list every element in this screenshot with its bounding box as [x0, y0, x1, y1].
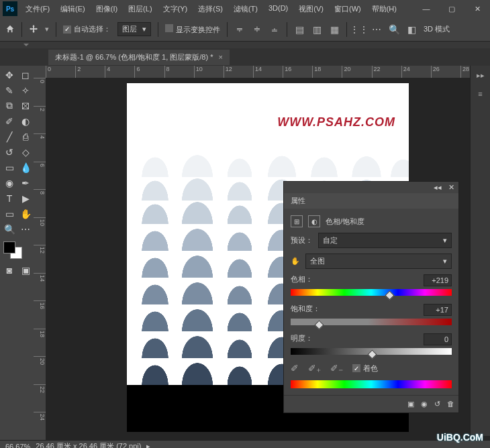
- panel-tab-properties[interactable]: 属性: [284, 193, 458, 209]
- screen-mode-tool[interactable]: ▣: [18, 263, 33, 277]
- brush-tool[interactable]: ╱: [2, 129, 17, 144]
- auto-select-checkbox[interactable]: ✓自动选择：: [63, 24, 111, 34]
- blur-tool[interactable]: 💧: [18, 160, 33, 174]
- chevron-down-icon: ▾: [443, 236, 447, 245]
- hue-slider[interactable]: [291, 289, 452, 296]
- clone-stamp-tool[interactable]: ⎙: [18, 129, 33, 144]
- auto-select-target-dropdown[interactable]: 图层▾: [117, 22, 151, 36]
- 3d-mode-dropdown[interactable]: 3D 模式: [424, 24, 450, 34]
- saturation-value-input[interactable]: +17: [424, 304, 452, 316]
- align-hcenter-icon[interactable]: ▥: [311, 24, 322, 35]
- menu-type[interactable]: 文字(Y): [158, 4, 193, 14]
- quick-mask-tool[interactable]: ◙: [2, 263, 17, 277]
- menu-view[interactable]: 视图(V): [293, 4, 329, 14]
- marquee-tool[interactable]: ◻: [18, 68, 33, 82]
- menu-select[interactable]: 选择(S): [193, 4, 228, 14]
- lasso-tool[interactable]: ✎: [2, 83, 17, 97]
- preset-dropdown[interactable]: 自定▾: [318, 233, 452, 248]
- trash-icon[interactable]: 🗑: [447, 400, 454, 408]
- properties-panel[interactable]: ◂◂ ✕ 属性 ⊞ ◐ 色相/饱和度 预设： 自定▾ ✋ 全图▾ 色相： +21…: [283, 181, 459, 413]
- move-tool[interactable]: ✥: [2, 68, 17, 82]
- titlebar: Ps 文件(F) 编辑(E) 图像(I) 图层(L) 文字(Y) 选择(S) 滤…: [0, 0, 490, 17]
- menu-layer[interactable]: 图层(L): [123, 4, 157, 14]
- close-icon[interactable]: ×: [219, 53, 223, 61]
- menu-file[interactable]: 文件(F): [20, 4, 55, 14]
- corner-watermark: UiBQ.CoM: [437, 432, 483, 443]
- panel-collapse-bar[interactable]: [0, 42, 490, 48]
- edit-toolbar-icon[interactable]: ⋯: [18, 222, 33, 236]
- magic-wand-tool[interactable]: ✧: [18, 83, 33, 97]
- history-brush-tool[interactable]: ↺: [2, 145, 17, 159]
- search-icon[interactable]: 🔍: [389, 24, 399, 35]
- separator: [21, 22, 22, 37]
- horizontal-ruler: 0246810121416182022242628: [34, 66, 490, 78]
- lightness-label: 明度：: [291, 333, 313, 345]
- watermark-text: WWW.PSAHZ.COM: [277, 115, 395, 129]
- menu-image[interactable]: 图像(I): [91, 4, 123, 14]
- maximize-button[interactable]: ▢: [439, 0, 464, 17]
- close-button[interactable]: ✕: [464, 0, 490, 17]
- hand-icon[interactable]: ✋: [291, 257, 300, 266]
- collapse-dock-icon[interactable]: ▸▸: [471, 66, 490, 85]
- align-left-icon[interactable]: ▤: [294, 24, 305, 35]
- tools-panel: ✥ ◻ ✎ ✧ ⧉ ⛝ ✐ ◐ ╱ ⎙ ↺ ◇ ▭ 💧 ◉ ✒ T ▶ ▭ ✋ …: [0, 66, 34, 440]
- chevron-right-icon[interactable]: ▸: [146, 442, 150, 448]
- menu-help[interactable]: 帮助(H): [366, 4, 402, 14]
- panel-collapse-icon[interactable]: ◂◂: [434, 183, 442, 192]
- home-icon[interactable]: [5, 24, 15, 35]
- gradient-tool[interactable]: ▭: [2, 160, 17, 174]
- color-range-dropdown[interactable]: 全图▾: [305, 254, 452, 269]
- dock-panel-icon[interactable]: ≡: [471, 85, 490, 103]
- colorize-checkbox[interactable]: ✓着色: [352, 363, 378, 374]
- view-previous-state-icon[interactable]: ◉: [421, 400, 428, 408]
- type-tool[interactable]: T: [2, 191, 17, 205]
- distribute-icon-2[interactable]: ⋯: [371, 24, 382, 35]
- align-vcenter-icon[interactable]: ⫩: [252, 24, 262, 35]
- eraser-tool[interactable]: ◇: [18, 145, 33, 159]
- healing-brush-tool[interactable]: ◐: [18, 114, 33, 128]
- move-tool-icon[interactable]: [29, 24, 38, 35]
- hand-tool[interactable]: ✋: [18, 207, 33, 221]
- menu-edit[interactable]: 编辑(E): [55, 4, 91, 14]
- rectangle-tool[interactable]: ▭: [2, 207, 17, 221]
- minimize-button[interactable]: —: [413, 0, 439, 17]
- adjustment-icon: ⊞: [291, 215, 303, 227]
- clip-to-layer-icon[interactable]: ▣: [407, 400, 414, 408]
- align-right-icon[interactable]: ▦: [329, 24, 340, 35]
- separator: [287, 22, 287, 37]
- eyedropper-tool[interactable]: ✐: [2, 114, 17, 128]
- align-bottom-icon[interactable]: ⫨: [269, 24, 280, 35]
- 3d-scene-icon[interactable]: ◧: [406, 24, 417, 35]
- status-bar: 66.67% 26.46 厘米 x 26.46 厘米 (72 ppi) ▸: [0, 440, 490, 448]
- panel-footer: ▣ ◉ ↺ 🗑: [284, 395, 458, 412]
- show-transform-checkbox[interactable]: 显示变换控件: [165, 24, 220, 35]
- pen-tool[interactable]: ✒: [18, 176, 33, 190]
- eyedropper-icon[interactable]: ✐: [291, 363, 299, 374]
- preset-label: 预设：: [291, 235, 313, 245]
- menu-window[interactable]: 窗口(W): [329, 4, 366, 14]
- slice-tool[interactable]: ⛝: [18, 99, 33, 113]
- eyedropper-minus-icon[interactable]: ✐₋: [330, 363, 343, 374]
- menu-filter[interactable]: 滤镜(T): [228, 4, 263, 14]
- chevron-down-icon[interactable]: ▾: [45, 25, 49, 34]
- menu-3d[interactable]: 3D(D): [263, 4, 293, 14]
- path-selection-tool[interactable]: ▶: [18, 191, 33, 205]
- color-swatches[interactable]: [2, 240, 33, 262]
- document-tab[interactable]: 未标题-1 @ 66.7% (色相/饱和度 1, 图层蒙版/8) * ×: [48, 50, 230, 65]
- panel-close-icon[interactable]: ✕: [448, 183, 454, 192]
- separator: [346, 22, 347, 37]
- hue-label: 色相：: [291, 274, 313, 286]
- lightness-value-input[interactable]: 0: [424, 333, 452, 345]
- zoom-tool[interactable]: 🔍: [2, 222, 17, 236]
- reset-icon[interactable]: ↺: [434, 400, 440, 408]
- hue-value-input[interactable]: +219: [424, 274, 452, 286]
- dodge-tool[interactable]: ◉: [2, 176, 17, 190]
- crop-tool[interactable]: ⧉: [2, 99, 17, 113]
- eyedropper-plus-icon[interactable]: ✐₊: [308, 363, 321, 374]
- distribute-icon[interactable]: ⋮⋮: [354, 24, 364, 35]
- foreground-swatch[interactable]: [3, 241, 15, 254]
- align-top-icon[interactable]: ⫧: [234, 24, 245, 35]
- zoom-level[interactable]: 66.67%: [5, 443, 30, 449]
- saturation-slider[interactable]: [291, 319, 452, 325]
- lightness-slider[interactable]: [291, 348, 452, 355]
